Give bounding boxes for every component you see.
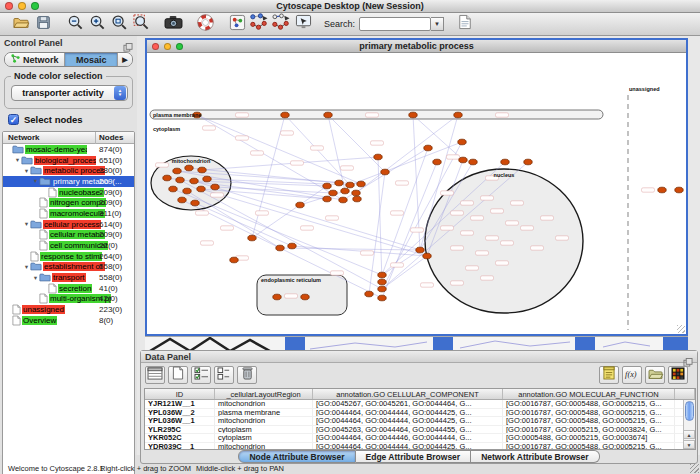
- search-input[interactable]: [359, 17, 431, 31]
- network-resize-grip[interactable]: [677, 325, 685, 333]
- table-column-header[interactable]: annotation.GO MOLECULAR_FUNCTION: [503, 389, 675, 399]
- tree-header[interactable]: Network Nodes: [3, 132, 134, 144]
- network-node[interactable]: [409, 112, 417, 118]
- load-attributes-button[interactable]: [645, 366, 665, 384]
- table-row[interactable]: YPL036W__2plasma membrane[GO:0044464, GO…: [145, 409, 695, 418]
- delete-attribute-button[interactable]: [237, 366, 257, 384]
- vizmapper-button[interactable]: [293, 14, 313, 34]
- table-column-header[interactable]: ID: [145, 389, 215, 399]
- network-node[interactable]: [423, 253, 431, 259]
- network-node[interactable]: [323, 183, 331, 189]
- network-node[interactable]: [176, 177, 184, 183]
- import-attributes-button[interactable]: [599, 366, 619, 384]
- network-node[interactable]: [433, 159, 441, 165]
- tab-network[interactable]: Network: [5, 53, 65, 66]
- tree-item[interactable]: nitrogen compo209(0): [3, 197, 134, 208]
- network-node[interactable]: [378, 295, 386, 301]
- tab-network-attribute-browser[interactable]: Network Attribute Browser: [471, 450, 599, 463]
- tab-overflow-arrow[interactable]: ▶: [118, 53, 132, 66]
- tree-item[interactable]: ▼establishment of lo558(0): [3, 262, 134, 273]
- table-row[interactable]: YKR052Ccytoplasm[GO:0044464, GO:0044446,…: [145, 434, 695, 443]
- save-button[interactable]: [33, 14, 53, 34]
- table-column-header[interactable]: _cellularLayoutRegion: [215, 389, 313, 399]
- network-node[interactable]: [191, 200, 199, 206]
- network-node[interactable]: [454, 112, 462, 118]
- unselect-attributes-button[interactable]: [214, 366, 234, 384]
- network-node[interactable]: [163, 175, 171, 181]
- table-row[interactable]: YJR121W__1mitochondrion[GO:0045267, GO:0…: [145, 400, 695, 409]
- tree-item[interactable]: unassigned223(0): [3, 304, 134, 315]
- tree-expand-arrow[interactable]: ▼: [23, 168, 30, 174]
- scroll-up-button[interactable]: ▲: [683, 430, 695, 439]
- network-node[interactable]: [197, 186, 205, 192]
- network-node[interactable]: [323, 196, 331, 202]
- network-node[interactable]: [273, 294, 281, 300]
- network-node[interactable]: [339, 197, 347, 203]
- tree-item[interactable]: ▼cellular process614(0): [3, 219, 134, 230]
- network-node[interactable]: [341, 188, 349, 194]
- tree-item[interactable]: secretion41(0): [3, 283, 134, 294]
- tree-item[interactable]: ▼metabolic process280(0): [3, 165, 134, 176]
- network-node[interactable]: [357, 181, 365, 187]
- network-node[interactable]: [658, 187, 666, 193]
- table-column-header[interactable]: annotation.GO CELLULAR_COMPONENT: [313, 389, 503, 399]
- tree-expand-arrow[interactable]: ▼: [14, 157, 21, 163]
- attribute-grid-button[interactable]: [145, 366, 165, 384]
- zoom-fit-button[interactable]: [109, 14, 129, 34]
- table-row[interactable]: YPL036W__1mitochondrion[GO:0044464, GO:0…: [145, 417, 695, 426]
- minimize-window-button[interactable]: [18, 2, 26, 10]
- network-node[interactable]: [524, 159, 532, 165]
- color-attribute-dropdown[interactable]: transporter activity ▲▼: [11, 85, 128, 101]
- tree-item[interactable]: macromolecule311(0): [3, 208, 134, 219]
- network-node[interactable]: [301, 294, 309, 300]
- scroll-down-button[interactable]: ▼: [683, 440, 695, 449]
- network-node[interactable]: [198, 167, 206, 173]
- formula-builder-button[interactable]: f(x): [622, 366, 642, 384]
- network-node[interactable]: [281, 112, 289, 118]
- tree-expand-arrow[interactable]: ▼: [23, 264, 30, 270]
- create-attribute-button[interactable]: [168, 366, 188, 384]
- zoom-in-button[interactable]: [87, 14, 107, 34]
- table-row[interactable]: YLR295Ccytoplasm[GO:0045263, GO:0044464,…: [145, 426, 695, 435]
- matrix-view-button[interactable]: [668, 366, 688, 384]
- network-window-titlebar[interactable]: primary metabolic process: [147, 40, 686, 53]
- tab-node-attribute-browser[interactable]: Node Attribute Browser: [238, 450, 355, 463]
- network-node[interactable]: [501, 159, 509, 165]
- network-node[interactable]: [365, 291, 373, 297]
- table-row[interactable]: YDR039C__1mitochondrion[GO:0044464, GO:0…: [145, 443, 695, 450]
- network-node[interactable]: [190, 178, 198, 184]
- zoom-out-button[interactable]: [65, 14, 85, 34]
- network-node[interactable]: [459, 157, 467, 163]
- help-button[interactable]: [195, 14, 215, 34]
- network-node[interactable]: [352, 190, 360, 196]
- select-nodes-checkbox[interactable]: ✓: [8, 114, 19, 125]
- network-node[interactable]: [230, 257, 238, 263]
- network-node[interactable]: [324, 112, 332, 118]
- tree-item[interactable]: cellular metabo209(0): [3, 230, 134, 241]
- tree-item[interactable]: multi-organism pro42(0): [3, 294, 134, 305]
- close-window-button[interactable]: [5, 2, 13, 10]
- network-node[interactable]: [203, 176, 211, 182]
- tree-item[interactable]: response to stimulu264(0): [3, 251, 134, 262]
- scrollbar-thumb[interactable]: [685, 401, 694, 421]
- tree-item[interactable]: cell communicat22(0): [3, 240, 134, 251]
- zoom-selected-button[interactable]: [131, 14, 151, 34]
- network-node[interactable]: [469, 159, 477, 165]
- tree-item[interactable]: ▼primary metabo209(...: [3, 176, 134, 187]
- graphics-details-button[interactable]: [227, 14, 247, 34]
- tab-edge-attribute-browser[interactable]: Edge Attribute Browser: [356, 450, 472, 463]
- network-node[interactable]: [353, 196, 361, 202]
- open-file-button[interactable]: [11, 14, 31, 34]
- network-node[interactable]: [211, 184, 219, 190]
- network-node[interactable]: [248, 235, 256, 241]
- new-network-from-selected-edges-button[interactable]: [271, 14, 291, 34]
- network-node[interactable]: [169, 186, 177, 192]
- network-node[interactable]: [378, 272, 386, 278]
- network-node[interactable]: [374, 154, 382, 160]
- network-node[interactable]: [276, 245, 284, 251]
- zoom-window-button[interactable]: [31, 2, 39, 10]
- network-node[interactable]: [416, 247, 424, 253]
- network-node[interactable]: [346, 182, 354, 188]
- network-node[interactable]: [335, 180, 343, 186]
- network-canvas[interactable]: plasma membranecytoplasmmitochondrionnuc…: [147, 53, 686, 334]
